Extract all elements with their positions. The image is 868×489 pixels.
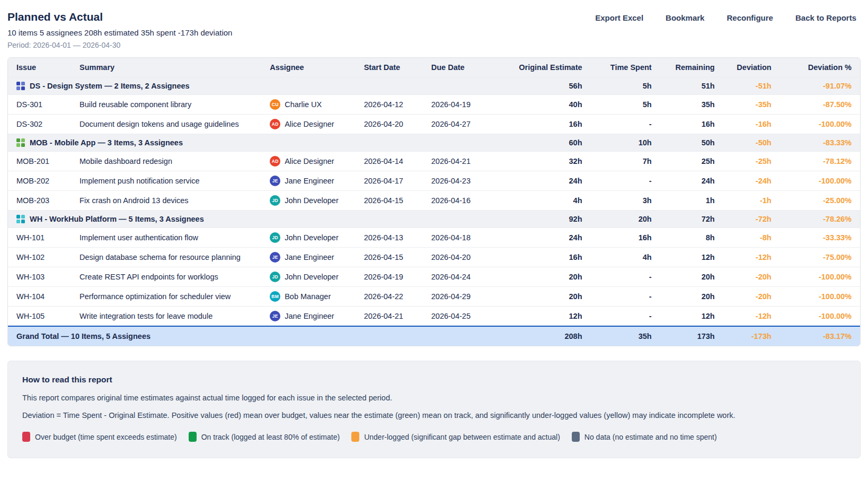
deviation: -20h	[723, 267, 780, 287]
start-date: 2026-04-17	[356, 171, 423, 191]
group-row: MOB - Mobile App — 3 Items, 3 Assignees …	[8, 134, 860, 152]
group-time-spent: 10h	[591, 134, 660, 152]
assignee-avatar: BM	[270, 291, 280, 302]
remaining: 25h	[660, 152, 723, 171]
mob-project-icon	[16, 138, 25, 147]
total-original-estimate: 208h	[493, 326, 591, 346]
column-header-assignee: Assignee	[261, 58, 356, 77]
remaining: 20h	[660, 287, 723, 307]
issue-row: WH-104 Performance optimization for sche…	[8, 287, 860, 307]
time-spent: 7h	[591, 152, 660, 171]
deviation: -24h	[723, 171, 780, 191]
issue-summary: Design database schema for resource plan…	[71, 248, 261, 267]
table-body: DS - Design System — 2 Items, 2 Assignee…	[8, 77, 860, 346]
deviation: -12h	[723, 248, 780, 267]
issue-key: WH-104	[8, 287, 71, 307]
legend-color-chip	[189, 432, 197, 442]
report-header: Planned vs Actual 10 items 5 assignees 2…	[7, 6, 861, 49]
issue-key: MOB-203	[8, 191, 71, 211]
group-deviation: -51h	[723, 77, 780, 95]
column-header-issue: Issue	[8, 58, 71, 77]
original-estimate: 24h	[493, 228, 591, 248]
toolbar: Export Excel Bookmark Reconfigure Back t…	[595, 6, 861, 22]
howto-paragraph-1: This report compares original time estim…	[22, 394, 846, 402]
group-row: DS - Design System — 2 Items, 2 Assignee…	[8, 77, 860, 95]
due-date: 2026-04-29	[423, 287, 493, 307]
assignee-avatar: AD	[270, 156, 280, 167]
original-estimate: 20h	[493, 287, 591, 307]
time-spent: 16h	[591, 228, 660, 248]
time-spent: -	[591, 267, 660, 287]
due-date: 2026-04-27	[423, 115, 493, 134]
group-deviation: -72h	[723, 211, 780, 228]
deviation: -8h	[723, 228, 780, 248]
start-date: 2026-04-15	[356, 248, 423, 267]
assignee-avatar: JE	[270, 252, 280, 263]
legend-label: Over budget (time spent exceeds estimate…	[35, 433, 177, 441]
deviation-pct: -87.50%	[780, 95, 860, 115]
column-header-remaining: Remaining	[660, 58, 723, 77]
back-to-reports-button[interactable]: Back to Reports	[795, 13, 856, 22]
assignee-avatar: JE	[270, 176, 280, 186]
issue-row: MOB-202 Implement push notification serv…	[8, 171, 860, 191]
due-date: 2026-04-19	[423, 95, 493, 115]
issue-summary: Write integration tests for leave module	[71, 307, 261, 327]
export-excel-button[interactable]: Export Excel	[595, 13, 643, 22]
total-remaining: 173h	[660, 326, 723, 346]
table-header-row: IssueSummaryAssigneeStart DateDue DateOr…	[8, 58, 860, 77]
issue-row: WH-101 Implement user authentication flo…	[8, 228, 860, 248]
legend-item: On track (logged at least 80% of estimat…	[189, 432, 340, 442]
issue-summary: Performance optimization for scheduler v…	[71, 287, 261, 307]
howto-panel: How to read this report This report comp…	[7, 361, 861, 458]
start-date: 2026-04-12	[356, 95, 423, 115]
legend-label: No data (no estimate and no time spent)	[584, 433, 717, 441]
assignee-avatar: JD	[270, 272, 280, 282]
bookmark-button[interactable]: Bookmark	[666, 13, 704, 22]
page-title: Planned vs Actual	[7, 6, 232, 23]
grand-total-label: Grand Total — 10 Items, 5 Assignees	[8, 326, 493, 346]
group-original-estimate: 56h	[493, 77, 591, 95]
deviation: -20h	[723, 287, 780, 307]
original-estimate: 32h	[493, 152, 591, 171]
legend-label: On track (logged at least 80% of estimat…	[201, 433, 340, 441]
group-deviation-pct: -83.33%	[780, 134, 860, 152]
remaining: 8h	[660, 228, 723, 248]
issue-row: DS-301 Build reusable component library …	[8, 95, 860, 115]
remaining: 1h	[660, 191, 723, 211]
group-label: DS - Design System — 2 Items, 2 Assignee…	[30, 82, 190, 90]
assignee-avatar: JE	[270, 311, 280, 321]
time-spent: 4h	[591, 248, 660, 267]
group-original-estimate: 92h	[493, 211, 591, 228]
deviation-pct: -25.00%	[780, 191, 860, 211]
legend-item: Under-logged (significant gap between es…	[351, 432, 560, 442]
due-date: 2026-04-23	[423, 171, 493, 191]
group-remaining: 51h	[660, 77, 723, 95]
remaining: 12h	[660, 307, 723, 327]
due-date: 2026-04-18	[423, 228, 493, 248]
assignee-avatar: JD	[270, 195, 280, 206]
column-header-time-spent: Time Spent	[591, 58, 660, 77]
total-deviation-pct: -83.17%	[780, 326, 860, 346]
report-header-text: Planned vs Actual 10 items 5 assignees 2…	[7, 6, 232, 49]
issue-row: WH-103 Create REST API endpoints for wor…	[8, 267, 860, 287]
remaining: 35h	[660, 95, 723, 115]
start-date: 2026-04-13	[356, 228, 423, 248]
start-date: 2026-04-21	[356, 307, 423, 327]
issue-key: MOB-202	[8, 171, 71, 191]
start-date: 2026-04-14	[356, 152, 423, 171]
deviation-pct: -100.00%	[780, 115, 860, 134]
original-estimate: 4h	[493, 191, 591, 211]
deviation-pct: -100.00%	[780, 267, 860, 287]
assignee-name: Alice Designer	[285, 120, 334, 128]
assignee-avatar: JD	[270, 232, 280, 243]
issue-row: MOB-203 Fix crash on Android 13 devices …	[8, 191, 860, 211]
assignee-name: John Developer	[285, 273, 339, 281]
report-page: Planned vs Actual 10 items 5 assignees 2…	[0, 0, 868, 465]
deviation: -25h	[723, 152, 780, 171]
column-header-summary: Summary	[71, 58, 261, 77]
reconfigure-button[interactable]: Reconfigure	[727, 13, 773, 22]
original-estimate: 24h	[493, 171, 591, 191]
issue-key: WH-103	[8, 267, 71, 287]
group-remaining: 50h	[660, 134, 723, 152]
legend-label: Under-logged (significant gap between es…	[364, 433, 560, 441]
